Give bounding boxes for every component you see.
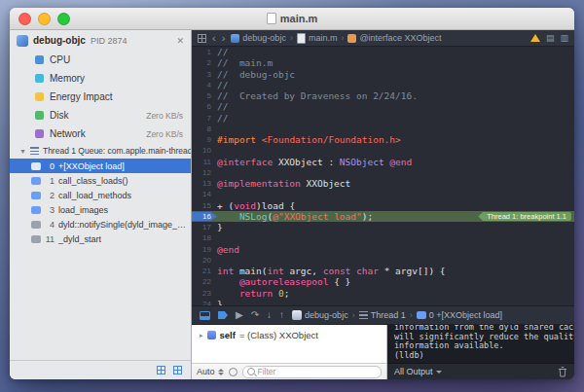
disclosure-triangle-icon[interactable]: ▼ <box>19 148 26 155</box>
sidebar-gauge-cpu[interactable]: CPU <box>10 51 191 69</box>
line-number[interactable]: 14 <box>192 190 217 198</box>
breadcrumb-separator-icon: › <box>341 33 344 43</box>
code-line: 22 @autoreleasepool { } <box>192 276 574 287</box>
line-number[interactable]: 8 <box>192 125 217 133</box>
line-number[interactable]: 16 <box>192 212 217 221</box>
code-line: 14 <box>192 189 574 199</box>
breakpoint-badge[interactable]: Thread 1: breakpoint 1.1 <box>478 212 571 221</box>
stack-frame-row[interactable]: 11_dyld_start <box>10 232 191 246</box>
sidebar-gauge-energy-impact[interactable]: Energy Impact <box>10 88 191 106</box>
line-number[interactable]: 3 <box>192 70 217 79</box>
breadcrumb-item[interactable]: @interface XXObject <box>347 33 441 43</box>
variable-name: self <box>220 330 236 340</box>
breadcrumb-separator-icon: › <box>352 310 355 320</box>
stack-frame-row[interactable]: 2call_load_methods <box>10 188 191 202</box>
flat-filter-icon[interactable] <box>229 368 237 376</box>
code-text: } <box>217 222 223 232</box>
gauge-value: Zero KB/s <box>146 129 183 139</box>
line-number[interactable]: 9 <box>192 135 217 144</box>
sidebar-gauge-network[interactable]: NetworkZero KB/s <box>10 125 191 143</box>
line-number[interactable]: 23 <box>192 289 217 298</box>
breadcrumb-item[interactable]: debug-objc <box>292 310 348 320</box>
step-into-icon[interactable]: ↓ <box>267 310 272 320</box>
line-number[interactable]: 10 <box>192 146 217 155</box>
code-text: } <box>217 299 223 305</box>
related-items-icon[interactable] <box>198 34 206 43</box>
console-output[interactable]: warning: could not load any Objective-C … <box>387 325 574 363</box>
line-number[interactable]: 24 <box>192 300 217 305</box>
scope-popup[interactable]: Auto <box>197 367 224 376</box>
disclosure-triangle-icon[interactable]: ▸ <box>200 332 203 339</box>
line-number[interactable]: 5 <box>192 91 217 100</box>
line-number[interactable]: 7 <box>192 114 217 123</box>
issues-icon[interactable]: ▤ <box>546 34 555 43</box>
step-over-icon[interactable]: ↷ <box>251 310 259 320</box>
titlebar[interactable]: main.m <box>10 8 574 30</box>
debug-controls: ▶ ↷ ↓ ↑ <box>200 310 284 320</box>
code-line: 3// debug-objc <box>192 69 574 80</box>
code-line: 1// <box>192 47 574 57</box>
breadcrumb-item[interactable]: Thread 1 <box>359 310 406 320</box>
assistant-editor-icon[interactable]: ▥ <box>560 34 568 43</box>
line-number[interactable]: 2 <box>192 58 217 67</box>
breakpoints-toggle-icon[interactable] <box>218 311 228 319</box>
navigator-footer <box>10 360 191 379</box>
line-number[interactable]: 18 <box>192 233 217 242</box>
gauge-view-icon[interactable] <box>157 366 165 374</box>
breadcrumb-item[interactable]: main.m <box>297 33 338 44</box>
source-editor[interactable]: 1//2// main.m3// debug-objc4//5// Create… <box>192 47 574 305</box>
forward-icon[interactable]: › <box>222 33 226 44</box>
list-view-icon[interactable] <box>173 366 182 374</box>
back-icon[interactable]: ‹ <box>212 33 216 44</box>
code-line: 4// <box>192 80 574 90</box>
warning-icon[interactable] <box>530 34 540 42</box>
line-number[interactable]: 4 <box>192 81 217 89</box>
minimize-button[interactable] <box>38 13 51 25</box>
line-number[interactable]: 17 <box>192 223 217 232</box>
stack-frame-row[interactable]: 1call_class_loads() <box>10 173 191 188</box>
close-button[interactable] <box>18 13 31 25</box>
debug-navigator: debug-objc PID 2874 ✕ CPUMemoryEnergy Im… <box>10 30 192 379</box>
line-number[interactable]: 19 <box>192 245 217 254</box>
zoom-button[interactable] <box>57 13 70 25</box>
line-number[interactable]: 22 <box>192 277 217 286</box>
output-popup[interactable]: All Output <box>394 367 442 376</box>
step-out-icon[interactable]: ↑ <box>279 310 284 320</box>
line-number[interactable]: 21 <box>192 267 217 275</box>
app-icon <box>292 310 302 320</box>
frame-icon-d <box>417 311 426 319</box>
line-number[interactable]: 11 <box>192 158 217 166</box>
sidebar-gauge-disk[interactable]: DiskZero KB/s <box>10 106 191 125</box>
trash-icon[interactable] <box>558 366 567 377</box>
code-line: 10 <box>192 145 574 156</box>
process-row[interactable]: debug-objc PID 2874 ✕ <box>10 30 191 51</box>
thread-row[interactable]: ▼ Thread 1 Queue: com.apple.main-thread … <box>10 143 191 159</box>
continue-icon[interactable]: ▶ <box>236 310 243 320</box>
breadcrumb-separator-icon: › <box>410 310 413 320</box>
breadcrumb-item[interactable]: 0 +[XXObject load] <box>417 310 502 320</box>
line-number[interactable]: 13 <box>192 179 217 188</box>
jump-bar-right: ▤ ▥ <box>530 34 568 43</box>
frame-icon <box>31 221 41 229</box>
variables-filter-field[interactable] <box>242 366 382 378</box>
variables-filter-input[interactable] <box>258 367 377 376</box>
line-number[interactable]: 12 <box>192 168 217 177</box>
hide-debug-area-icon[interactable] <box>200 311 210 320</box>
document-icon <box>267 13 276 24</box>
stack-frame-row[interactable]: 4dyld::notifySingle(dyld_image_states, I… <box>10 217 191 232</box>
stack-frame-row[interactable]: 3load_images <box>10 202 191 217</box>
code-line: 11@interface XXObject : NSObject @end <box>192 157 574 167</box>
kill-process-icon[interactable]: ✕ <box>176 36 184 46</box>
line-number[interactable]: 15 <box>192 201 217 210</box>
variable-row[interactable]: ▸self= (Class) XXObject <box>192 325 386 342</box>
breadcrumb-item[interactable]: debug-objc <box>231 33 286 43</box>
stack-frame-row[interactable]: 0+[XXObject load] <box>10 159 191 173</box>
code-text: // <box>217 47 228 57</box>
line-number[interactable]: 6 <box>192 102 217 111</box>
gauge-label: Memory <box>50 73 85 84</box>
frame-icon <box>31 162 41 170</box>
line-number[interactable]: 20 <box>192 256 217 265</box>
sidebar-gauge-memory[interactable]: Memory <box>10 69 191 88</box>
line-number[interactable]: 1 <box>192 48 217 56</box>
gauge-icon <box>35 92 44 101</box>
